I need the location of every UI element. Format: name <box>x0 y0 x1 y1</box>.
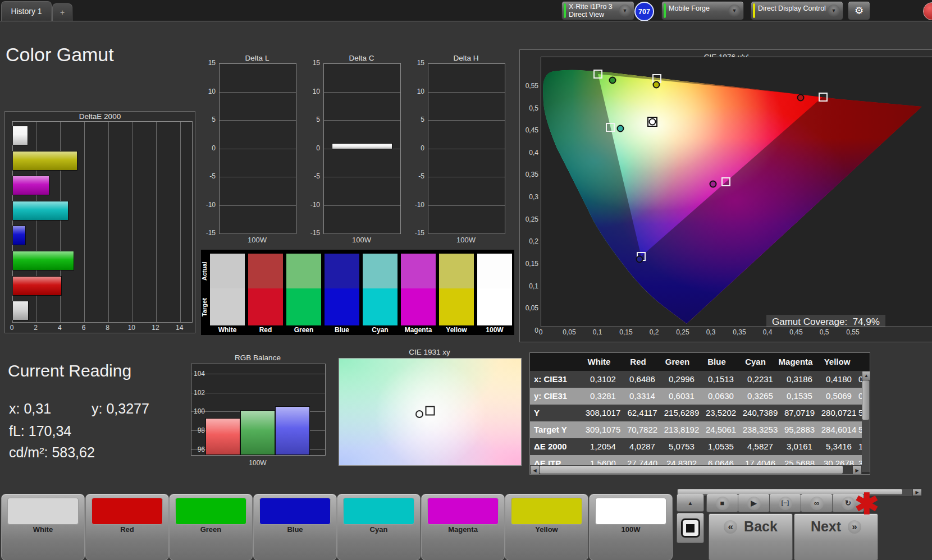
scrollbar-thumb[interactable] <box>540 466 843 474</box>
scroll-left-button[interactable]: ◀ <box>530 465 540 475</box>
settings-button[interactable]: ⚙ <box>848 1 870 20</box>
y-tick-label: 100 <box>193 407 205 415</box>
column-header-Blue: Blue <box>697 353 736 371</box>
y-tick-label: 0,35 <box>520 171 538 178</box>
y-tick-label: -5 <box>200 172 216 180</box>
source-dropdown[interactable]: Mobile Forge ▼ <box>661 1 744 20</box>
y-tick-label: 0,25 <box>520 215 538 223</box>
patch-color <box>343 498 414 525</box>
column-header-Red: Red <box>619 353 657 371</box>
swatch-column-yellow: Yellow <box>439 254 474 335</box>
tab-history-1[interactable]: History 1 <box>1 1 52 21</box>
y-tick-label: 0,45 <box>520 126 538 134</box>
table-row: y: CIE310,32810,33140,60310,06300,32650,… <box>530 388 870 405</box>
delta l-plot-area <box>219 63 296 234</box>
actual-swatch <box>401 254 436 288</box>
patch-button-100w[interactable]: 100W <box>589 494 673 560</box>
table-row: x: CIE310,31020,64860,29960,15130,22310,… <box>530 371 870 388</box>
patch-button-white[interactable]: White <box>1 494 85 560</box>
tray-collapse-button[interactable]: ▲ <box>677 494 704 512</box>
table-cell: 238,3253 <box>741 421 780 438</box>
gridline <box>180 122 181 322</box>
patch-button-magenta[interactable]: Magenta <box>421 494 505 560</box>
y-tick-label: 15 <box>409 59 424 67</box>
patch-button-green[interactable]: Green <box>169 494 253 560</box>
measured-marker-cyan <box>617 125 624 132</box>
swatch-label: 100W <box>477 326 512 334</box>
transport-stop-button[interactable]: ■ <box>706 494 738 512</box>
table-cell: 4,5827 <box>741 438 780 455</box>
scroll-right-button[interactable]: ▶ <box>912 489 922 496</box>
measured-marker-yellow <box>653 81 660 89</box>
delta h-plot-area <box>428 63 505 234</box>
swatch-column-blue: Blue <box>325 254 359 335</box>
table-cell: 87,0719 <box>780 405 819 421</box>
table-cell: 0,4180 <box>819 371 858 388</box>
display-control-dropdown[interactable]: Direct Display Control ▼ <box>751 1 843 20</box>
reading-x: x: 0,31 <box>9 401 51 417</box>
patch-button-cyan[interactable]: Cyan <box>337 494 421 560</box>
gridline <box>428 233 505 234</box>
transport-loop-button[interactable]: ∞ <box>801 494 833 512</box>
y-tick-label: 0 <box>409 144 424 152</box>
delta c-plot-area <box>323 63 401 234</box>
stop-icon: ■ <box>716 497 729 510</box>
table-row: Target Y309,107570,7822213,819224,506123… <box>530 421 870 438</box>
patch-color <box>175 498 246 525</box>
gridline <box>324 92 400 93</box>
y-tick-label: 0,5 <box>520 104 538 112</box>
gridline <box>156 122 157 322</box>
table-row: ΔE 20001,20544,02875,07531,05354,58273,0… <box>530 438 870 455</box>
swatch-column-magenta: Magenta <box>401 254 436 335</box>
table-vertical-scrollbar[interactable]: ▲ <box>862 371 870 472</box>
patch-button-red[interactable]: Red <box>85 494 169 560</box>
next-button-label: Next <box>811 518 841 535</box>
table-cell: 0,3265 <box>741 388 780 405</box>
scroll-right-button[interactable]: ▶ <box>852 465 862 475</box>
alert-indicator-icon[interactable] <box>923 2 932 20</box>
y-tick-label: 98 <box>193 426 205 434</box>
patch-button-blue[interactable]: Blue <box>253 494 337 560</box>
x-category-label: 100W <box>323 236 400 244</box>
transport-range-button[interactable]: [··] <box>769 494 801 512</box>
play-icon: ▶ <box>747 497 761 510</box>
chevron-down-icon: ▼ <box>728 4 741 17</box>
add-tab-button[interactable]: + <box>52 3 72 21</box>
window-mode-button[interactable] <box>677 513 704 543</box>
measured-marker-blue <box>636 256 643 263</box>
x-tick-label: 0,4 <box>759 328 776 336</box>
meter-dropdown[interactable]: X-Rite i1Pro 3Direct View ▼ <box>561 1 634 20</box>
rgb-balance-title: RGB Balance <box>191 354 325 362</box>
transport-play-button[interactable]: ▶ <box>738 494 770 512</box>
table-cell: 213,8192 <box>662 421 701 438</box>
deltae-bar-green <box>12 251 74 270</box>
alert-asterisk-icon: ✱ <box>855 487 879 521</box>
swatch-label: Yellow <box>439 326 474 334</box>
deltae-bar-red <box>12 276 62 296</box>
y-tick-label: 15 <box>200 59 216 67</box>
y-tick-label: 104 <box>193 370 205 378</box>
target-swatch <box>401 288 436 325</box>
table-horizontal-scrollbar[interactable]: ◀ ▶ <box>530 465 862 474</box>
table-cell: 24,5061 <box>701 421 741 438</box>
y-tick-label: 10 <box>200 88 216 95</box>
swatch-column-cyan: Cyan <box>363 254 398 335</box>
table-cell: 0,1513 <box>701 371 741 388</box>
meter-count-badge[interactable]: 707 <box>634 2 654 21</box>
cie1931-plot-area <box>339 358 522 466</box>
x-tick-label: 0,25 <box>674 328 692 336</box>
range-icon: [··] <box>779 497 792 510</box>
chevron-down-icon: ▼ <box>828 4 840 17</box>
gridline <box>428 92 505 93</box>
gridline <box>220 120 296 121</box>
swatch-column-red: Red <box>248 254 283 335</box>
x-tick-label: 14 <box>175 324 184 332</box>
scroll-up-button[interactable]: ▲ <box>862 371 870 380</box>
actual-swatch <box>210 254 245 288</box>
back-button[interactable]: « Back <box>709 513 793 560</box>
reading-fl: fL: 170,34 <box>9 423 71 439</box>
scrollbar-thumb[interactable] <box>862 380 869 420</box>
deltae-bar-blue <box>12 226 26 245</box>
patch-button-yellow[interactable]: Yellow <box>505 494 588 560</box>
y-tick-label: 5 <box>304 116 320 123</box>
